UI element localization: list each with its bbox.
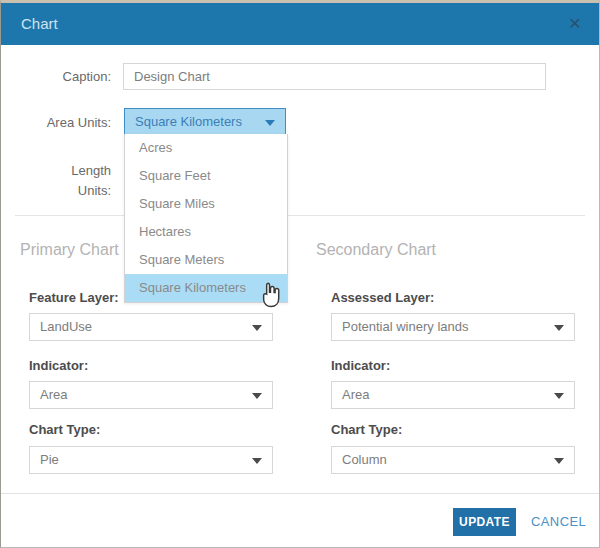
section-divider	[15, 215, 585, 216]
area-units-value: Square Kilometers	[135, 114, 242, 129]
chevron-down-icon	[265, 120, 275, 126]
assessed-layer-value: Potential winery lands	[342, 319, 468, 334]
dropdown-option-square-miles[interactable]: Square Miles	[125, 190, 287, 218]
secondary-chart-type-select[interactable]: Column	[331, 446, 575, 474]
assessed-layer-label: Assessed Layer:	[331, 290, 434, 305]
feature-layer-value: LandUse	[40, 319, 92, 334]
chevron-down-icon	[252, 325, 262, 331]
footer-divider	[1, 493, 599, 494]
chevron-down-icon	[554, 393, 564, 399]
primary-chart-type-label: Chart Type:	[29, 422, 100, 437]
secondary-indicator-select[interactable]: Area	[331, 381, 575, 409]
length-units-label: Length Units:	[51, 161, 111, 201]
area-units-label: Area Units:	[11, 115, 111, 130]
close-icon[interactable]: ×	[565, 3, 585, 45]
area-units-menu: Acres Square Feet Square Miles Hectares …	[124, 134, 288, 303]
update-button[interactable]: UPDATE	[453, 508, 516, 536]
chevron-down-icon	[554, 325, 564, 331]
caption-label: Caption:	[11, 69, 111, 84]
dropdown-option-hectares[interactable]: Hectares	[125, 218, 287, 246]
dropdown-option-square-meters[interactable]: Square Meters	[125, 246, 287, 274]
dialog-header: Chart ×	[1, 3, 599, 45]
primary-indicator-value: Area	[40, 387, 67, 402]
dropdown-option-square-feet[interactable]: Square Feet	[125, 162, 287, 190]
dialog-title: Chart	[21, 3, 58, 45]
secondary-indicator-label: Indicator:	[331, 358, 390, 373]
chevron-down-icon	[252, 458, 262, 464]
caption-input[interactable]	[123, 63, 546, 90]
chevron-down-icon	[252, 393, 262, 399]
secondary-chart-type-value: Column	[342, 452, 387, 467]
primary-indicator-select[interactable]: Area	[29, 381, 273, 409]
secondary-chart-title: Secondary Chart	[316, 241, 436, 259]
secondary-chart-type-label: Chart Type:	[331, 422, 402, 437]
feature-layer-select[interactable]: LandUse	[29, 313, 273, 341]
chevron-down-icon	[554, 458, 564, 464]
dropdown-option-acres[interactable]: Acres	[125, 134, 287, 162]
primary-indicator-label: Indicator:	[29, 358, 88, 373]
hand-cursor-icon	[257, 280, 284, 310]
assessed-layer-select[interactable]: Potential winery lands	[331, 313, 575, 341]
primary-chart-type-select[interactable]: Pie	[29, 446, 273, 474]
area-units-select[interactable]: Square Kilometers	[124, 108, 286, 136]
feature-layer-label: Feature Layer:	[29, 290, 119, 305]
primary-chart-type-value: Pie	[40, 452, 59, 467]
chart-dialog: Chart × Caption: Area Units: Square Kilo…	[0, 0, 600, 548]
secondary-indicator-value: Area	[342, 387, 369, 402]
cancel-button[interactable]: CANCEL	[531, 508, 586, 536]
primary-chart-title: Primary Chart	[20, 241, 119, 259]
